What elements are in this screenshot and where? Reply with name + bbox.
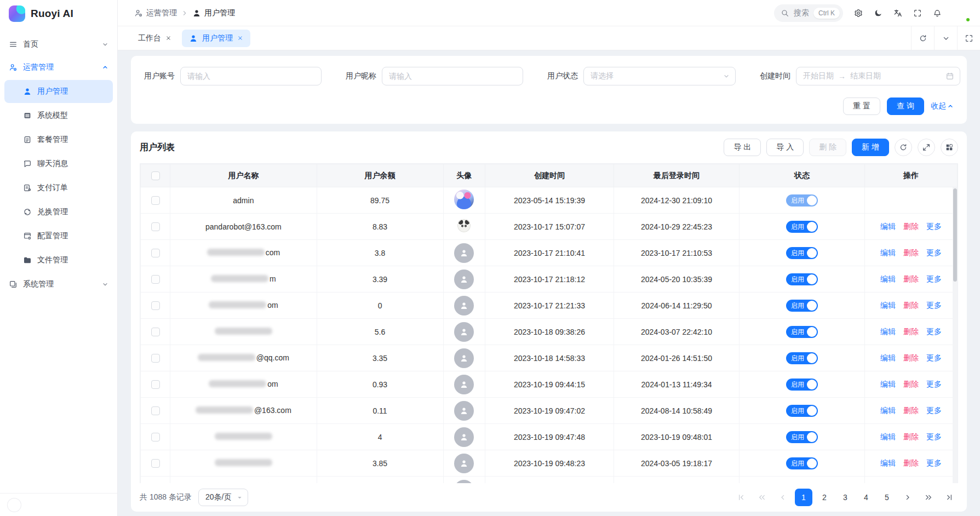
tab-menu-button[interactable] [934,26,957,50]
sidebar-item-payment-orders[interactable]: 支付订单 [4,176,113,199]
page-number-2[interactable]: 2 [816,489,833,506]
status-toggle[interactable]: 启用 [786,247,818,259]
import-button[interactable]: 导 入 [766,139,804,156]
language-translate-icon[interactable] [893,9,902,18]
first-page-button[interactable] [732,489,750,506]
edit-link[interactable]: 编辑 [880,458,896,467]
search-button[interactable]: 查 询 [887,98,924,115]
row-checkbox[interactable] [151,328,160,336]
status-toggle[interactable]: 启用 [786,300,818,312]
tab-refresh-button[interactable] [911,26,934,50]
sidebar-item-exchange-management[interactable]: 兑换管理 [4,200,113,223]
sidebar-item-package-management[interactable]: 套餐管理 [4,128,113,151]
edit-link[interactable]: 编辑 [880,248,896,257]
delete-link[interactable]: 删除 [903,327,919,336]
more-link[interactable]: 更多 [926,458,942,467]
column-settings-button[interactable] [941,139,958,156]
sidebar-item-operations[interactable]: 运营管理 [0,56,117,79]
edit-link[interactable]: 编辑 [880,380,896,388]
status-toggle[interactable]: 启用 [786,352,818,364]
row-checkbox[interactable] [151,249,160,257]
vertical-scrollbar[interactable] [953,187,958,483]
page-number-5[interactable]: 5 [878,489,896,506]
more-link[interactable]: 更多 [926,327,942,336]
delete-link[interactable]: 删除 [903,301,919,309]
breadcrumb-item-user-management[interactable]: 用户管理 [192,8,235,18]
sidebar-item-home[interactable]: 首页 [0,33,117,56]
edit-link[interactable]: 编辑 [880,301,896,309]
fullscreen-icon[interactable] [913,9,922,18]
sidebar-item-system-model[interactable]: 系统模型 [4,104,113,127]
delete-link[interactable]: 删除 [903,248,919,257]
reset-button[interactable]: 重 置 [843,98,880,115]
status-toggle[interactable]: 启用 [786,379,818,391]
delete-link[interactable]: 删除 [903,353,919,362]
user-avatar[interactable] [953,4,970,22]
close-icon[interactable] [237,35,243,41]
scrollbar-thumb[interactable] [953,188,957,282]
create-time-range-picker[interactable]: 开始日期→结束日期 [796,67,960,85]
more-link[interactable]: 更多 [926,380,942,388]
page-size-select[interactable]: 20条/页 [198,489,248,506]
more-link[interactable]: 更多 [926,274,942,283]
select-all-checkbox[interactable] [151,171,160,180]
more-link[interactable]: 更多 [926,432,942,441]
tab-user-management[interactable]: 用户管理 [182,30,250,47]
more-link[interactable]: 更多 [926,406,942,415]
table-refresh-button[interactable] [895,139,912,156]
edit-link[interactable]: 编辑 [880,406,896,415]
row-checkbox[interactable] [151,222,160,231]
more-link[interactable]: 更多 [926,222,942,231]
row-checkbox[interactable] [151,301,160,310]
global-search-button[interactable]: 搜索 Ctrl K [774,4,843,22]
delete-link[interactable]: 删除 [903,458,919,467]
tab-workbench[interactable]: 工作台 [131,30,179,47]
delete-link[interactable]: 删除 [903,406,919,415]
notification-bell-icon[interactable] [933,9,942,18]
edit-link[interactable]: 编辑 [880,432,896,441]
content-fullscreen-button[interactable] [957,26,980,50]
jump-forward-button[interactable] [920,489,937,506]
user-status-select[interactable]: 请选择 [583,67,736,85]
row-checkbox[interactable] [151,459,160,468]
row-checkbox[interactable] [151,380,160,389]
delete-link[interactable]: 删除 [903,380,919,388]
user-nickname-input[interactable] [382,67,523,85]
user-account-input[interactable] [180,67,322,85]
row-checkbox[interactable] [151,196,160,205]
row-checkbox[interactable] [151,406,160,415]
delete-link[interactable]: 删除 [903,432,919,441]
collapse-filter-link[interactable]: 收起 [931,101,954,111]
delete-link[interactable]: 删除 [903,222,919,231]
sidebar-collapse-button[interactable] [8,498,21,512]
status-toggle[interactable]: 启用 [786,273,818,285]
edit-link[interactable]: 编辑 [880,222,896,231]
sidebar-item-config-management[interactable]: 配置管理 [4,225,113,248]
status-toggle[interactable]: 启用 [786,457,818,469]
page-number-4[interactable]: 4 [857,489,875,506]
status-toggle[interactable]: 启用 [786,221,818,233]
more-link[interactable]: 更多 [926,248,942,257]
sidebar-item-file-management[interactable]: 文件管理 [4,249,113,272]
row-checkbox[interactable] [151,354,160,363]
gear-icon[interactable] [854,9,863,18]
more-link[interactable]: 更多 [926,353,942,362]
sidebar-item-user-management[interactable]: 用户管理 [4,80,113,103]
close-icon[interactable] [165,35,171,41]
page-number-3[interactable]: 3 [836,489,854,506]
edit-link[interactable]: 编辑 [880,353,896,362]
export-button[interactable]: 导 出 [724,139,761,156]
status-toggle[interactable]: 启用 [786,431,818,443]
breadcrumb-item-operations[interactable]: 运营管理 [134,8,177,18]
sidebar-item-chat-messages[interactable]: 聊天消息 [4,152,113,175]
next-page-button[interactable] [899,489,916,506]
edit-link[interactable]: 编辑 [880,274,896,283]
add-button[interactable]: 新 增 [852,139,889,156]
row-checkbox[interactable] [151,275,160,284]
delete-button[interactable]: 删 除 [809,139,846,156]
jump-back-button[interactable] [753,489,771,506]
table-fullscreen-button[interactable] [918,139,935,156]
sidebar-item-system[interactable]: 系统管理 [0,273,117,296]
dark-mode-moon-icon[interactable] [874,9,882,18]
row-checkbox[interactable] [151,433,160,442]
